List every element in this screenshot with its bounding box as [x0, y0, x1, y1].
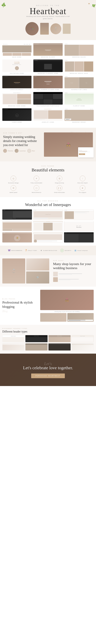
features-title: Beautiful elements	[3, 168, 93, 172]
badge-slider: ✦ SLIDER REVOLUTION	[40, 249, 57, 252]
demo-florist-home: Heartbeat Florist FLORIST HOME	[64, 92, 94, 106]
blog-deco: Blog	[2, 310, 38, 313]
admin-icon: ⚙	[11, 185, 16, 191]
demo-photographer: HEARTBEAT PHOTOGRAPHER PORTFOLIO	[33, 92, 62, 106]
header-type-6	[25, 344, 48, 350]
header-type-4: HEARTBEAT	[72, 335, 94, 342]
inner-page-6: WE ARE Heartbeat	[64, 221, 94, 231]
import-icon: ↓	[80, 176, 85, 181]
inner-page-8	[33, 232, 63, 242]
header-type-8	[72, 344, 94, 350]
hero-img-side	[63, 24, 71, 34]
demo-florist-screen: Heartbeat Florist	[64, 92, 94, 104]
inner-page-5: PRICING	[33, 221, 63, 231]
inner-page-4	[2, 221, 32, 231]
dragdrop-icon: ⊞	[57, 176, 62, 181]
features-grid-bottom: ⚙ Admin panel ◻ WooCommerce ❬❭ Great sho…	[3, 185, 93, 193]
demo-grid-row5: HEARTBEAT ▶ VIDEO HOME HEARTBEAT	[2, 108, 94, 123]
demo-photographer-screen: HEARTBEAT	[33, 92, 62, 104]
visual-composer-icon: ⊞	[75, 249, 76, 252]
hero-section: WELCOME TO THE 🌿 Heartbeat ♥ Wedding and…	[0, 0, 96, 40]
deco-chain: — ✦ —	[44, 32, 52, 34]
demo-main-home-screen: Heartbeat	[2, 43, 32, 56]
demo-dress-shop: Heartbeat WEDDING DRESS SHOP	[64, 60, 94, 74]
demo-announcement-screen: HEARTBEAT	[2, 76, 32, 88]
slider-rev-icon: ✦	[40, 249, 42, 252]
demo-fullscreen-slider: Heartbeat FULL SCREEN SLIDER HOME	[33, 76, 62, 90]
demo-invitation-home: Gin & Ben WEDDING DAY INVITATION HOME	[2, 60, 32, 74]
woocommerce-badge-icon: W	[8, 249, 10, 252]
header-type-2: HEARTBEAT	[25, 335, 48, 342]
feature-exclusive: ◎ Exclusive design	[3, 176, 24, 184]
badge-woocommerce: W WOOCOMMERCE	[8, 249, 22, 252]
demo-wedding-slider-screen: HEARTBEAT	[33, 43, 62, 56]
shop-section: 💍 💎 OUR SHOP Many shop layouts for your …	[0, 255, 96, 286]
shop-img-tr	[26, 258, 49, 270]
got-pills: Timeless Luxurious Pure	[3, 149, 41, 153]
inner-page-2: Wedding Details	[33, 210, 63, 220]
hero-img-couple: 👫	[25, 22, 39, 36]
headers-label: DIFFERENT HEADER TYPES	[2, 328, 94, 329]
hero-heart-icon: ♥	[88, 2, 90, 5]
demo-venue-screen: Heartbeat	[64, 108, 94, 121]
exclusive-design-icon: ◎	[11, 176, 16, 181]
got-title: Simply stunning wedding details for crea…	[3, 135, 41, 147]
shop-content: OUR SHOP Many shop layouts for your wedd…	[51, 258, 94, 284]
inner-page-9	[64, 232, 94, 242]
got-pill-luxurious: Luxurious	[15, 149, 26, 153]
demo-announcement: HEARTBEAT ANNOUNCEMENT	[2, 76, 32, 90]
badge-child-font: 7 CHILD 7 FONT	[25, 249, 37, 252]
inner-page-7: 💐	[2, 232, 32, 242]
demo-grid-row3: HEARTBEAT ANNOUNCEMENT Heartbeat	[2, 76, 94, 90]
footer-title: Let's celebrate love together.	[3, 365, 93, 370]
blog-tag: BLOG PAGES	[2, 298, 38, 300]
features-tag: OUR THEME	[3, 165, 93, 167]
innerpages-section: ALL FOR WEDDING Wonderful set of Innerpa…	[0, 197, 96, 246]
demo-video-screen: HEARTBEAT ▶	[2, 108, 32, 121]
shortcodes-icon: ❬❭	[57, 185, 62, 191]
demo-interactive-screen: Heartbeat Portfolio Blog	[64, 76, 94, 88]
feature-import: ↓ One-click import	[72, 176, 93, 184]
security-icon: ✓	[60, 249, 64, 252]
demo-grid-row1: Heartbeat MAIN HOME HEARTBEAT WEDDING SL	[2, 43, 94, 58]
got-rsvp-card: RSVP SUBMIT	[78, 147, 94, 158]
got-visual-area: 💑 RSVP SUBMIT Photography	[44, 132, 93, 157]
feature-admin: ⚙ Admin panel	[3, 185, 24, 193]
demo-cake-home: HEARTBEAT WEDDING CAKE HOME	[2, 92, 32, 106]
feature-dragdrop: ⊞ Drag-and-drop	[49, 176, 70, 184]
badges-row: W WOOCOMMERCE 7 CHILD 7 FONT ✦ SLIDER RE…	[0, 246, 96, 255]
demo-video-home: HEARTBEAT ▶ VIDEO HOME	[2, 108, 32, 123]
badge-security: ✓ SECURITY	[60, 249, 71, 252]
features-grid-top: ◎ Exclusive design ✦ Fully customizable …	[3, 176, 93, 184]
blog-title: Professional & stylish blogging	[2, 300, 38, 309]
got-section: OUR THEME'S GOT Simply stunning wedding …	[0, 128, 96, 162]
badge-visual-composer: ⊞ Visual Composer	[75, 249, 88, 252]
hero-img-rings: 💍	[50, 23, 61, 34]
blog-img-sm-2	[67, 313, 94, 322]
demo-invitation-screen: Gin & Ben WEDDING DAY	[2, 60, 32, 72]
woo-icon: ◻	[34, 185, 39, 191]
header-type-1: HEARTBEAT	[2, 335, 24, 342]
header-type-3: HEARTBEAT	[48, 335, 71, 342]
headers-grid-2	[2, 344, 94, 350]
feature-woo: ◻ WooCommerce	[26, 185, 47, 193]
feature-shortcodes: ❬❭ Great shortcodes	[49, 185, 70, 193]
blog-small-images	[40, 313, 94, 322]
blog-img-sm-1	[40, 313, 67, 322]
demo-wedding-salon-screen: Heartbeat	[64, 43, 94, 56]
hero-subtitle: Wedding and Event planning themes. Handc…	[26, 16, 70, 20]
blog-section: BLOG PAGES Professional & stylish bloggi…	[0, 286, 96, 325]
shop-product-list	[53, 272, 92, 282]
blog-images: 💑 Sharing days of your life at your own …	[40, 290, 94, 322]
got-text: OUR THEME'S GOT Simply stunning wedding …	[3, 132, 41, 157]
child-font-icon: 7	[25, 249, 27, 252]
demo-jewelry-screen: HEARTBEAT	[33, 108, 62, 121]
purchase-button[interactable]: PURCHASE HEARTBEAT	[31, 374, 65, 378]
demo-planner-home: HEARTBEAT WEDDING PLANNER HOME	[33, 60, 62, 74]
headers-title: Different header types	[2, 330, 94, 333]
header-type-7	[48, 344, 71, 350]
demo-interactive-links: Heartbeat Portfolio Blog INTERACTIVE LIN…	[64, 76, 94, 90]
got-pill-timeless: Timeless	[3, 149, 13, 153]
demo-fullscreen-screen: Heartbeat	[33, 76, 62, 88]
hero-welcome: WELCOME TO THE	[3, 5, 93, 6]
